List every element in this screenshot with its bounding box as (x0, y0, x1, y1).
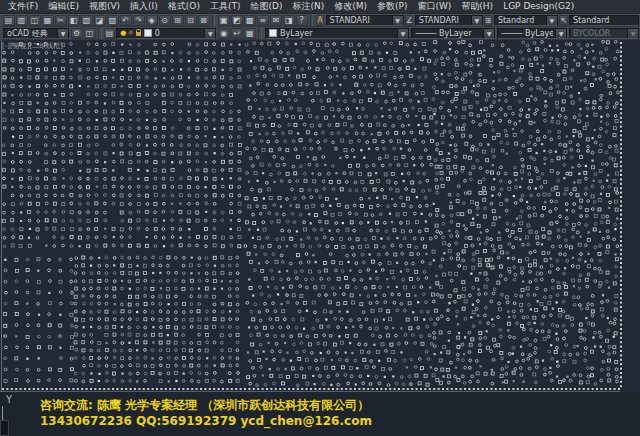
lineweight-sample-icon: ——— (501, 29, 522, 38)
chevron-down-icon[interactable]: ▼ (546, 16, 557, 25)
standard-icon-group: ▤▥◫▦✂◧▧◪▨↶↷◈⊙⊞⊟⊠ (2, 14, 210, 27)
cut-icon[interactable]: ✂ (55, 15, 67, 26)
chevron-down-icon[interactable]: ▼ (555, 29, 566, 38)
menu-tools[interactable]: 工具(T) (205, 0, 246, 13)
layer-states-icon[interactable]: ▦ (244, 28, 256, 39)
sheet-set-manager-icon[interactable]: ≡ (257, 15, 269, 26)
pan-icon[interactable]: ◈ (146, 15, 158, 26)
workspace-combo[interactable]: oCAD 经典 ▼ (3, 28, 69, 39)
redo-icon[interactable]: ↷ (133, 15, 145, 26)
toolbar-separator (258, 28, 262, 39)
layer-lock-icon[interactable] (136, 32, 141, 36)
layer-name-value: 0 (155, 29, 203, 38)
linetype-value: ByLayer (439, 29, 481, 38)
chevron-down-icon: ▼ (627, 29, 638, 38)
menu-window[interactable]: 窗口(W) (412, 0, 456, 13)
dim-style-value: STANDARI (419, 16, 469, 25)
dim-style-icon[interactable]: ∠ (405, 15, 413, 26)
dim-style-combo[interactable]: STANDARI ▼ (415, 15, 483, 26)
color-value: ByLayer (280, 29, 395, 38)
text-style-value: STANDARI (330, 16, 390, 25)
plotstyle-value: BYCOLOR (573, 29, 625, 38)
chevron-down-icon[interactable]: ▼ (392, 16, 403, 25)
zoom-previous-icon[interactable]: ⊟ (185, 15, 197, 26)
autocad-window: 文件(F) 编辑(E) 视图(V) 插入(I) 格式(O) 工具(T) 绘图(D… (0, 0, 640, 436)
menu-edit[interactable]: 编辑(E) (43, 0, 84, 13)
palette-icon-group: ▣◩▩≡✉◨? (217, 14, 308, 27)
menu-modify[interactable]: 修改(M) (329, 0, 372, 13)
layer-freeze-icon[interactable]: ☼ (127, 29, 133, 37)
model-space: [-][俯视][二维线框] (0, 40, 640, 392)
zoom-extents-icon[interactable]: ⊠ (198, 15, 210, 26)
markup-set-manager-icon[interactable]: ✉ (270, 15, 282, 26)
menu-lgp-design[interactable]: LGP Design(G2) (498, 0, 579, 13)
table-style-combo[interactable]: Standard ▼ (494, 15, 558, 26)
standard-toolbar: ▤▥◫▦✂◧▧◪▨↶↷◈⊙⊞⊟⊠ ▣◩▩≡✉◨? A STANDARI ▼ ∠ … (0, 14, 640, 27)
banner-line2: 13430672236 QQ:569192379 ycd_chen@126.co… (40, 414, 372, 428)
menu-help[interactable]: 帮助(H) (456, 0, 498, 13)
mleader-style-combo[interactable]: Standard (569, 15, 639, 26)
workspace-value: oCAD 经典 (7, 28, 55, 39)
color-combo[interactable]: ByLayer ▼ (265, 28, 409, 39)
chevron-down-icon[interactable]: ▼ (57, 29, 68, 38)
paste-icon[interactable]: ▧ (81, 15, 93, 26)
workspace-icon-group: ⚙◫ (70, 27, 96, 40)
menu-view[interactable]: 视图(V) (84, 0, 125, 13)
plot-icon[interactable]: ▥ (16, 15, 28, 26)
table-style-value: Standard (498, 16, 544, 25)
zoom-window-icon[interactable]: ⊞ (172, 15, 184, 26)
color-swatch (269, 29, 277, 37)
menu-insert[interactable]: 插入(I) (125, 0, 163, 13)
lineweight-combo[interactable]: ——— ByLayer ▼ (497, 28, 567, 39)
chevron-down-icon[interactable]: ▼ (483, 29, 494, 38)
layer-combo[interactable]: ● ☼ 0 ▼ (116, 28, 216, 39)
toolbar-separator (98, 28, 102, 39)
mleader-style-value: Standard (573, 16, 638, 25)
publish-icon[interactable]: ▦ (42, 15, 54, 26)
chevron-down-icon[interactable]: ▼ (397, 29, 408, 38)
layer-color-swatch (144, 29, 152, 37)
viewport-controls-label[interactable]: [-][俯视][二维线框] (2, 41, 63, 51)
layer-on-icon[interactable]: ● (120, 29, 126, 37)
chevron-down-icon[interactable]: ▼ (204, 29, 215, 38)
block-editor-icon[interactable]: ▨ (107, 15, 119, 26)
menu-file[interactable]: 文件(F) (3, 0, 43, 13)
menu-dimension[interactable]: 标注(N) (287, 0, 329, 13)
match-properties-icon[interactable]: ◪ (94, 15, 106, 26)
contact-banner: Y 咨询交流: 陈鹰 光学专案经理 （深圳市跃创达科技有限公司） 1343067… (0, 392, 640, 436)
table-style-icon[interactable]: ⊞ (484, 15, 492, 26)
lineweight-value: ByLayer (525, 29, 553, 38)
layer-previous-icon[interactable]: ↩ (231, 28, 243, 39)
make-layer-current-icon[interactable]: ◉ (218, 28, 230, 39)
properties-palette-icon[interactable]: ▣ (218, 15, 230, 26)
chevron-down-icon[interactable]: ▼ (471, 16, 482, 25)
save-icon[interactable]: ▤ (3, 15, 15, 26)
menu-format[interactable]: 格式(O) (163, 0, 205, 13)
workspace-settings-icon[interactable]: ⚙ (71, 28, 83, 39)
help-icon[interactable]: ? (296, 15, 308, 26)
designcenter-icon[interactable]: ◩ (231, 15, 243, 26)
text-style-combo[interactable]: STANDARI ▼ (326, 15, 404, 26)
ucs-y-axis-label: Y (6, 394, 12, 405)
tool-palettes-icon[interactable]: ▩ (244, 15, 256, 26)
toolbar-separator (310, 15, 313, 26)
menu-bar: 文件(F) 编辑(E) 视图(V) 插入(I) 格式(O) 工具(T) 绘图(D… (0, 0, 640, 14)
text-style-icon[interactable]: A (316, 15, 324, 26)
plotstyle-combo: BYCOLOR ▼ (569, 28, 639, 39)
menu-parametric[interactable]: 参数(P) (372, 0, 412, 13)
menu-draw[interactable]: 绘图(D) (245, 0, 287, 13)
copy-icon[interactable]: ◧ (68, 15, 80, 26)
drawing-canvas[interactable] (0, 40, 640, 392)
command-window-edge (0, 420, 9, 436)
quickcalc-icon[interactable]: ◨ (283, 15, 295, 26)
workspace-save-icon[interactable]: ◫ (84, 28, 96, 39)
layer-properties-icon[interactable]: ▤ (104, 28, 115, 39)
layer-tools-icon-group: ◉↩▦ (217, 27, 256, 40)
plot-preview-icon[interactable]: ◫ (29, 15, 41, 26)
linetype-combo[interactable]: ——— ByLayer ▼ (411, 28, 495, 39)
zoom-realtime-icon[interactable]: ⊙ (159, 15, 171, 26)
linetype-sample-icon: ——— (415, 29, 436, 38)
layers-properties-toolbar: oCAD 经典 ▼ ⚙◫ ▤ ● ☼ 0 ▼ ◉↩▦ ByLayer ▼ ———… (0, 27, 640, 40)
mleader-style-icon[interactable]: ↖ (559, 15, 567, 26)
undo-icon[interactable]: ↶ (120, 15, 132, 26)
